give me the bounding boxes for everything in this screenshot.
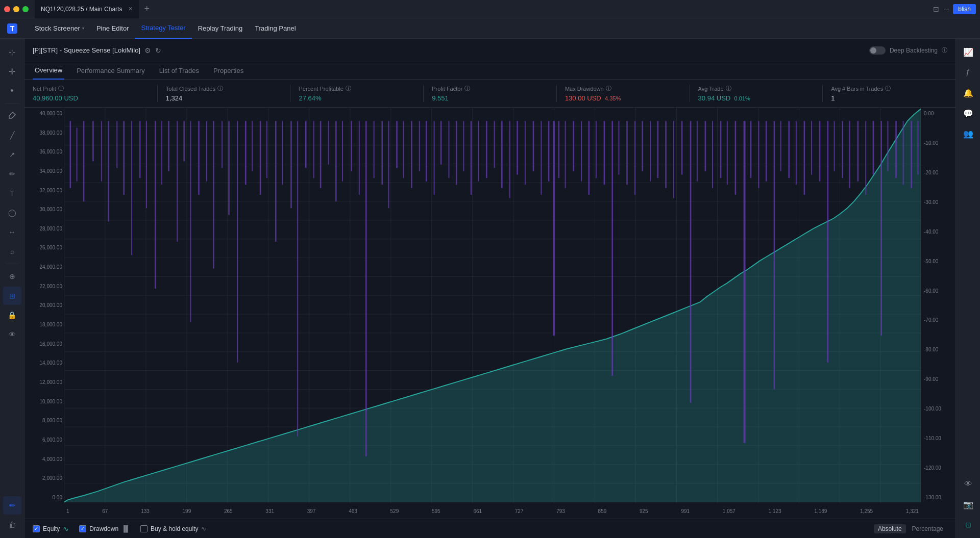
deep-backtesting-info[interactable]: ⓘ bbox=[942, 46, 947, 54]
svg-rect-101 bbox=[494, 121, 495, 168]
settings-icon[interactable]: ⚙ bbox=[144, 46, 151, 55]
svg-rect-45 bbox=[69, 121, 71, 188]
tab-overview[interactable]: Overview bbox=[33, 62, 64, 80]
left-icon-draw[interactable]: ✏ bbox=[3, 496, 21, 515]
svg-rect-107 bbox=[541, 121, 542, 195]
svg-rect-69 bbox=[252, 121, 253, 171]
left-icon-crosshair[interactable]: ✛ bbox=[3, 62, 21, 81]
tab-list-of-trades[interactable]: List of Trades bbox=[157, 62, 201, 80]
left-icon-lock[interactable]: 🔒 bbox=[3, 306, 21, 324]
right-icon-camera[interactable]: 📷 bbox=[959, 495, 977, 514]
left-icon-measure[interactable]: ↔ bbox=[3, 223, 21, 241]
svg-rect-66 bbox=[228, 121, 230, 215]
top-bar: NQ1! 20,028.25 / Main Charts ✕ + ⊡ ··· b… bbox=[0, 0, 980, 18]
svg-rect-96 bbox=[456, 121, 457, 185]
stat-avg-bars-info[interactable]: ⓘ bbox=[885, 85, 891, 92]
deep-backtesting-toggle[interactable] bbox=[869, 46, 886, 55]
legend-drawdown: ✓ Drawdown ▐▌ bbox=[79, 525, 130, 532]
stat-profitable-info[interactable]: ⓘ bbox=[346, 85, 351, 92]
left-icon-pen[interactable]: ✏ bbox=[3, 165, 21, 183]
minimize-button[interactable] bbox=[13, 6, 19, 12]
svg-rect-128 bbox=[697, 121, 698, 181]
svg-rect-145 bbox=[827, 121, 828, 362]
percentage-button[interactable]: Percentage bbox=[908, 524, 947, 533]
stat-closed-trades-info[interactable]: ⓘ bbox=[217, 85, 223, 92]
svg-rect-151 bbox=[873, 121, 874, 174]
stat-closed-trades-value: 1,324 bbox=[166, 94, 183, 102]
stat-net-profit-info[interactable]: ⓘ bbox=[58, 85, 64, 92]
nav-item-strategy-tester[interactable]: Strategy Tester bbox=[135, 18, 191, 39]
right-icon-chat[interactable]: 💬 bbox=[959, 104, 977, 122]
svg-rect-110 bbox=[558, 121, 559, 178]
nav-item-trading-panel[interactable]: Trading Panel bbox=[249, 18, 302, 39]
tab-performance-summary[interactable]: Performance Summary bbox=[75, 62, 147, 80]
refresh-icon[interactable]: ↻ bbox=[155, 46, 161, 55]
equity-label: Equity bbox=[43, 525, 60, 532]
right-icon-chart[interactable]: 📈 bbox=[959, 43, 977, 61]
equity-checkbox[interactable]: ✓ bbox=[33, 525, 40, 532]
left-icon-magnet[interactable]: ⊕ bbox=[3, 267, 21, 286]
svg-rect-68 bbox=[245, 121, 247, 185]
right-icon-alerts[interactable]: 🔔 bbox=[959, 84, 977, 102]
svg-rect-131 bbox=[720, 121, 722, 178]
stat-drawdown-info[interactable]: ⓘ bbox=[606, 85, 611, 92]
svg-rect-123 bbox=[657, 121, 658, 178]
panel-title: [P][STR] - Squeeze Sense [LokiMilo] bbox=[33, 46, 140, 54]
right-icon-community[interactable]: 👥 bbox=[959, 124, 977, 143]
svg-rect-149 bbox=[857, 121, 859, 181]
nav-item-pine-editor[interactable]: Pine Editor bbox=[90, 18, 135, 39]
left-icon-eye[interactable]: 👁 bbox=[3, 325, 21, 344]
equity-area bbox=[64, 109, 921, 502]
svg-rect-117 bbox=[611, 121, 613, 376]
svg-rect-59 bbox=[177, 121, 178, 242]
y-axis-left: 40,000.00 38,000.00 36,000.00 34,000.00 … bbox=[24, 108, 64, 503]
svg-rect-153 bbox=[887, 121, 888, 171]
left-icon-zoom[interactable]: ⌕ bbox=[3, 242, 21, 261]
left-icon-trend[interactable]: ↗ bbox=[3, 145, 21, 164]
tab-close-icon[interactable]: ✕ bbox=[128, 6, 133, 12]
buy-hold-chart-icon: ∿ bbox=[201, 525, 206, 532]
main-tab[interactable]: NQ1! 20,028.25 / Main Charts ✕ bbox=[35, 0, 139, 18]
left-icon-eraser[interactable] bbox=[3, 107, 21, 125]
svg-rect-49 bbox=[101, 121, 102, 181]
svg-rect-74 bbox=[290, 121, 292, 208]
new-tab-button[interactable]: + bbox=[139, 4, 155, 14]
svg-rect-93 bbox=[434, 121, 435, 195]
nav-item-replay-trading[interactable]: Replay Trading bbox=[192, 18, 249, 39]
nav-item-stock-screener[interactable]: Stock Screener ▾ bbox=[29, 18, 90, 39]
svg-rect-143 bbox=[811, 121, 812, 174]
deep-backtesting-label: Deep Backtesting bbox=[890, 47, 938, 54]
stat-net-profit-label: Net Profit ⓘ bbox=[33, 85, 149, 92]
stat-profit-factor-info[interactable]: ⓘ bbox=[464, 85, 470, 92]
left-icon-shapes[interactable]: ◯ bbox=[3, 203, 21, 222]
publish-button[interactable]: blish bbox=[953, 4, 976, 14]
more-icon[interactable]: ··· bbox=[943, 5, 949, 13]
maximize-button[interactable] bbox=[22, 6, 29, 12]
svg-rect-86 bbox=[381, 121, 383, 185]
svg-rect-116 bbox=[604, 121, 605, 185]
drawdown-checkbox[interactable]: ✓ bbox=[79, 525, 86, 532]
right-icon-watch[interactable]: 👁 bbox=[959, 475, 977, 493]
stat-net-profit: Net Profit ⓘ 40,960.00 USD bbox=[33, 85, 158, 102]
left-icon-text[interactable]: T bbox=[3, 184, 21, 202]
svg-rect-152 bbox=[880, 121, 882, 336]
stat-avg-trade-info[interactable]: ⓘ bbox=[726, 85, 731, 92]
left-icon-dot[interactable]: • bbox=[3, 82, 21, 100]
restore-icon[interactable]: ⊡ bbox=[933, 5, 939, 13]
right-icon-fullscreen[interactable]: ⊡ bbox=[959, 516, 977, 534]
right-icon-indicators[interactable]: ƒ bbox=[959, 63, 977, 82]
svg-rect-80 bbox=[335, 121, 337, 201]
toggle-knob bbox=[870, 47, 876, 54]
tab-properties[interactable]: Properties bbox=[211, 62, 246, 80]
left-icon-cursor[interactable]: ⊹ bbox=[3, 43, 21, 61]
stat-net-profit-value: 40,960.00 USD bbox=[33, 94, 78, 102]
buy-hold-checkbox[interactable] bbox=[140, 525, 148, 532]
stat-avg-trade-secondary: 0.01% bbox=[734, 95, 750, 101]
left-icon-trash[interactable]: 🗑 bbox=[3, 516, 21, 534]
close-button[interactable] bbox=[4, 6, 10, 12]
svg-rect-60 bbox=[183, 121, 185, 161]
svg-rect-127 bbox=[690, 121, 692, 402]
left-icon-indicator[interactable]: ⊞ bbox=[3, 287, 21, 305]
absolute-button[interactable]: Absolute bbox=[874, 524, 906, 533]
left-icon-line[interactable]: ╱ bbox=[3, 126, 21, 144]
